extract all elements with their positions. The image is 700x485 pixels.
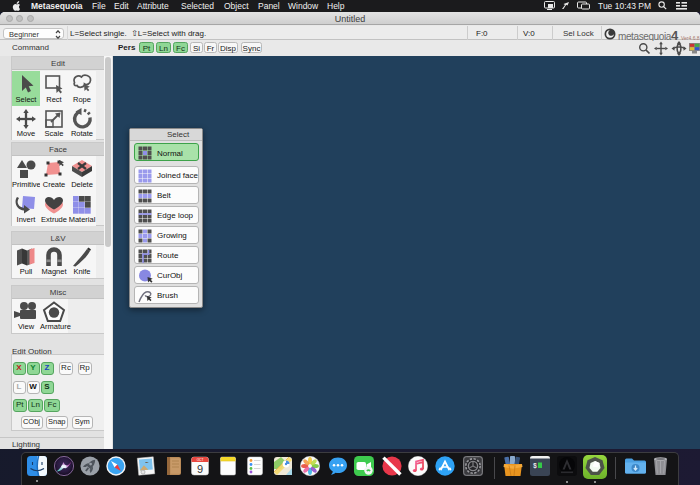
svg-text:$: $: [533, 463, 537, 470]
svg-text:OCT: OCT: [197, 458, 204, 462]
svg-text:9: 9: [197, 463, 203, 475]
